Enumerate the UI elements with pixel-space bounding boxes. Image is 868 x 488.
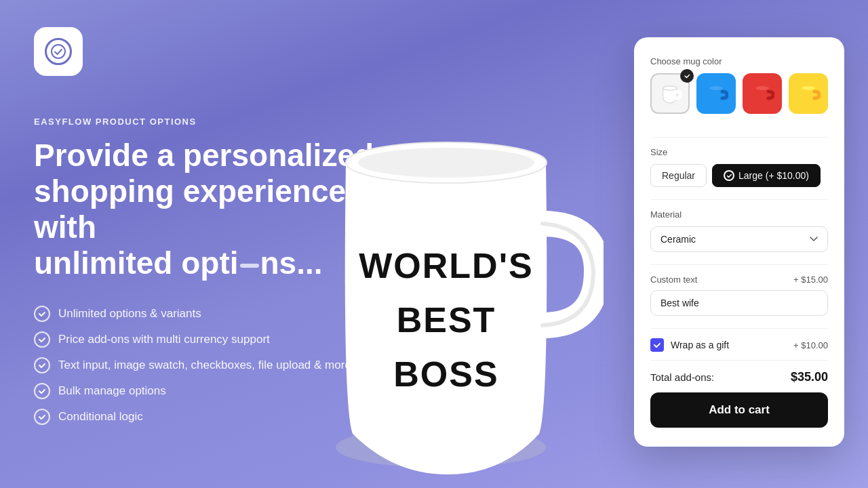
size-large-button[interactable]: Large (+ $10.00) — [712, 164, 821, 187]
gift-wrap-addon: + $10.00 — [793, 340, 828, 350]
product-options-card: Choose mug color — [634, 37, 844, 447]
gift-wrap-left: Wrap as a gift — [650, 338, 729, 352]
color-swatch-white[interactable] — [650, 73, 690, 114]
svg-text:WORLD'S: WORLD'S — [359, 246, 533, 285]
total-section: Total add-ons: $35.00 — [650, 360, 828, 384]
custom-text-header: Custom text + $15.00 — [650, 274, 828, 285]
divider — [650, 199, 828, 200]
custom-text-section: Custom text + $15.00 — [650, 274, 828, 316]
check-icon — [34, 409, 50, 425]
check-icon — [34, 306, 50, 322]
divider — [650, 264, 828, 265]
custom-text-input[interactable] — [650, 290, 828, 316]
size-regular-button[interactable]: Regular — [650, 164, 707, 187]
custom-text-addon: + $15.00 — [793, 274, 828, 285]
color-swatches — [650, 73, 828, 114]
svg-text:BOSS: BOSS — [393, 354, 498, 394]
size-label: Size — [650, 147, 828, 157]
cursor-blink — [240, 264, 259, 268]
svg-point-10 — [802, 86, 815, 90]
add-to-cart-button[interactable]: Add to cart — [650, 392, 828, 428]
content-wrapper: EASYFLOW PRODUCT OPTIONS Provide a perso… — [0, 0, 868, 488]
color-swatch-yellow[interactable] — [789, 73, 828, 114]
check-icon — [34, 357, 50, 373]
total-label: Total add-ons: — [650, 371, 714, 383]
color-section: Choose mug color — [650, 56, 828, 127]
gift-wrap-section: Wrap as a gift + $10.00 — [650, 338, 828, 352]
gift-wrap-checkbox[interactable] — [650, 338, 664, 352]
svg-point-9 — [755, 86, 769, 90]
size-buttons: Regular Large (+ $10.00) — [650, 164, 828, 187]
divider — [650, 137, 828, 138]
gift-wrap-label: Wrap as a gift — [671, 340, 729, 350]
size-section: Size Regular Large (+ $10.00) — [650, 147, 828, 187]
logo-icon — [45, 38, 72, 65]
svg-point-3 — [358, 148, 534, 178]
custom-text-label: Custom text — [650, 274, 697, 285]
size-check-icon — [724, 170, 734, 181]
svg-point-7 — [663, 86, 677, 90]
svg-text:BEST: BEST — [397, 300, 496, 340]
color-section-label: Choose mug color — [650, 56, 828, 66]
material-section: Material Ceramic Glass Plastic — [650, 209, 828, 252]
total-price: $35.00 — [791, 370, 828, 384]
mug-illustration: WORLD'S BEST BOSS — [292, 27, 604, 488]
check-icon — [34, 331, 50, 348]
color-swatch-blue[interactable] — [696, 73, 736, 114]
material-label: Material — [650, 209, 828, 220]
logo-box — [34, 27, 83, 76]
check-icon — [34, 383, 50, 399]
material-select[interactable]: Ceramic Glass Plastic — [650, 226, 828, 252]
divider — [650, 328, 828, 329]
svg-point-0 — [52, 45, 65, 58]
svg-point-8 — [709, 86, 723, 90]
swatch-check-icon — [680, 69, 694, 83]
color-swatch-red[interactable] — [743, 73, 782, 114]
